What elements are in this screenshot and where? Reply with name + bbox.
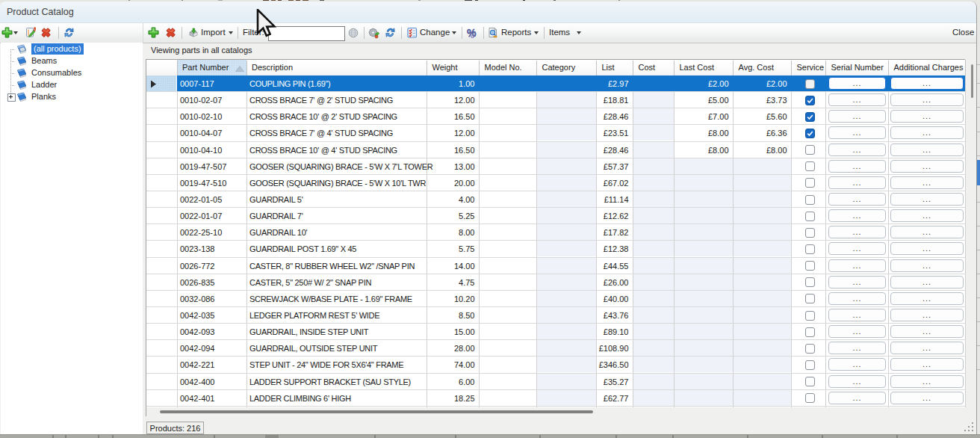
svg-text:o: o — [471, 33, 474, 39]
